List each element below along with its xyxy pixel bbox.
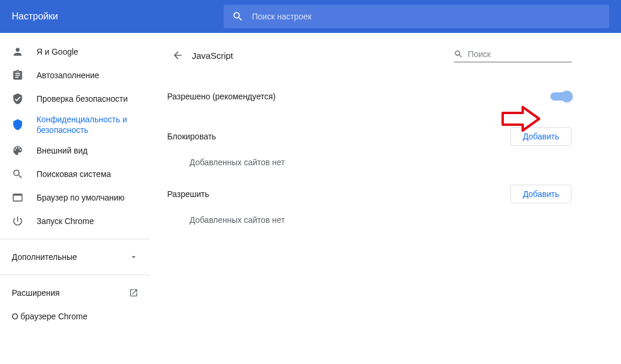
- allow-section: Разрешить Добавить Добавленных сайтов не…: [167, 185, 572, 225]
- toggle-knob: [561, 91, 573, 102]
- back-button[interactable]: [167, 45, 188, 66]
- allow-section-title: Разрешить: [167, 189, 209, 199]
- app-title: Настройки: [0, 11, 224, 22]
- page-title: JavaScript: [192, 51, 233, 61]
- sidebar: Я и Google Автозаполнение Проверка безоп…: [0, 33, 151, 364]
- allowed-setting-row: Разрешено (рекомендуется): [167, 84, 572, 109]
- allow-add-button[interactable]: Добавить: [510, 185, 572, 203]
- clipboard-icon: [12, 69, 24, 81]
- sidebar-item-label: Внешний вид: [36, 146, 88, 155]
- sidebar-item-label: Браузер по умолчанию: [36, 193, 125, 202]
- sidebar-about[interactable]: О браузере Chrome: [0, 305, 150, 328]
- sidebar-extensions[interactable]: Расширения: [0, 281, 150, 305]
- sidebar-extensions-label: Расширения: [12, 288, 59, 298]
- external-link-icon: [129, 288, 138, 298]
- sidebar-advanced-label: Дополнительные: [12, 252, 77, 262]
- search-icon: [232, 11, 244, 22]
- header-search-box[interactable]: [224, 5, 609, 28]
- shield-icon: [12, 119, 24, 131]
- sidebar-item-label: Поисковая система: [36, 169, 111, 179]
- block-section: Блокировать Добавить Добавленных сайтов …: [167, 127, 572, 167]
- sidebar-item-label: Конфиденциальность и безопасность: [36, 114, 138, 135]
- power-icon: [12, 215, 24, 227]
- allow-empty-text: Добавленных сайтов нет: [167, 215, 572, 225]
- sidebar-item-default-browser[interactable]: Браузер по умолчанию: [0, 186, 150, 209]
- sidebar-advanced-toggle[interactable]: Дополнительные: [0, 245, 150, 269]
- sidebar-divider: [0, 239, 150, 239]
- block-section-title: Блокировать: [167, 132, 216, 141]
- search-icon: [454, 49, 463, 59]
- page-header: JavaScript: [167, 45, 572, 66]
- sidebar-item-privacy-security[interactable]: Конфиденциальность и безопасность: [0, 111, 150, 139]
- main-content: JavaScript Разрешено (рекомендуется) Бло…: [151, 33, 621, 364]
- sidebar-item-safety-check[interactable]: Проверка безопасности: [0, 87, 150, 111]
- sidebar-about-label: О браузере Chrome: [12, 312, 88, 321]
- block-section-header: Блокировать Добавить: [167, 127, 572, 146]
- search-icon: [12, 168, 24, 180]
- block-add-button[interactable]: Добавить: [510, 127, 572, 146]
- block-empty-text: Добавленных сайтов нет: [167, 158, 572, 167]
- sidebar-item-you-and-google[interactable]: Я и Google: [0, 40, 150, 64]
- arrow-left-icon: [172, 49, 184, 61]
- allow-section-header: Разрешить Добавить: [167, 185, 572, 203]
- sidebar-item-autofill[interactable]: Автозаполнение: [0, 64, 150, 87]
- browser-icon: [12, 192, 24, 203]
- palette-icon: [12, 145, 24, 156]
- sidebar-item-search-engine[interactable]: Поисковая система: [0, 162, 150, 186]
- person-icon: [12, 46, 24, 58]
- sidebar-item-label: Автозаполнение: [36, 71, 99, 80]
- chevron-down-icon: [129, 252, 138, 262]
- sidebar-item-label: Проверка безопасности: [36, 94, 128, 103]
- page-search-input[interactable]: [468, 49, 572, 59]
- sidebar-divider: [0, 275, 150, 275]
- sidebar-item-label: Я и Google: [36, 47, 78, 56]
- sidebar-item-appearance[interactable]: Внешний вид: [0, 139, 150, 162]
- sidebar-item-on-startup[interactable]: Запуск Chrome: [0, 209, 150, 233]
- page-search[interactable]: [454, 49, 572, 62]
- allowed-label: Разрешено (рекомендуется): [167, 92, 275, 101]
- javascript-toggle[interactable]: [550, 92, 572, 101]
- sidebar-item-label: Запуск Chrome: [36, 216, 94, 226]
- header-search-container: [224, 5, 609, 28]
- shield-check-icon: [12, 93, 24, 105]
- header-search-input[interactable]: [252, 12, 601, 21]
- app-header: Настройки: [0, 0, 621, 33]
